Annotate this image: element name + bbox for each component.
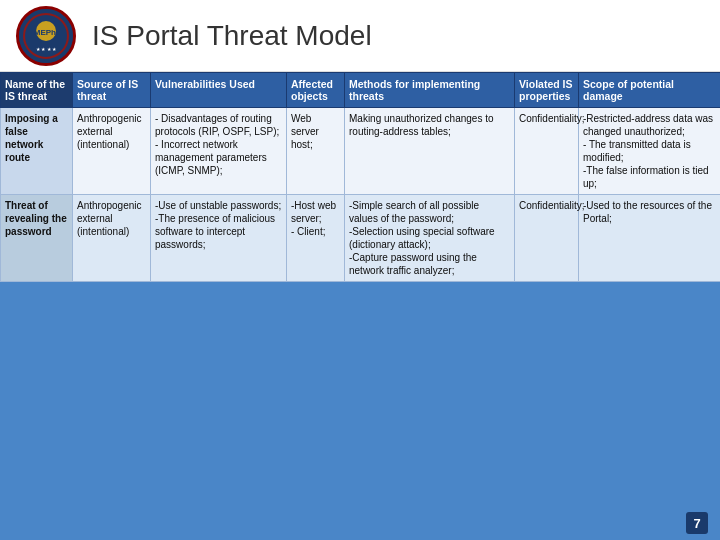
col-header-violated: Violated IS properties: [515, 73, 579, 108]
cell-source-1: Anthropogenic external (intentional): [73, 108, 151, 195]
col-header-scope: Scope of potential damage: [579, 73, 721, 108]
main-content: Name of the IS threat Source of IS threa…: [0, 72, 720, 540]
cell-methods-1: Making unauthorized changes to routing-a…: [345, 108, 515, 195]
col-header-source: Source of IS threat: [73, 73, 151, 108]
header: MEPhI ★ ★ ★ ★ IS Portal Threat Model: [0, 0, 720, 72]
table-row: Threat of revealing the password Anthrop…: [1, 195, 721, 282]
cell-vuln-1: - Disadvantages of routing protocols (RI…: [151, 108, 287, 195]
cell-vuln-2: -Use of unstable passwords; -The presenc…: [151, 195, 287, 282]
threat-table: Name of the IS threat Source of IS threa…: [0, 72, 720, 282]
cell-scope-2: -Used to the resources of the Portal;: [579, 195, 721, 282]
svg-text:MEPhI: MEPhI: [34, 28, 58, 37]
table-row: Imposing a false network route Anthropog…: [1, 108, 721, 195]
logo: MEPhI ★ ★ ★ ★: [16, 6, 76, 66]
cell-source-2: Anthropogenic external (intentional): [73, 195, 151, 282]
page-number: 7: [686, 512, 708, 534]
cell-scope-1: -Restricted-address data was changed una…: [579, 108, 721, 195]
cell-name-2: Threat of revealing the password: [1, 195, 73, 282]
cell-affected-2: -Host web server; - Client;: [287, 195, 345, 282]
cell-methods-2: -Simple search of all possible values of…: [345, 195, 515, 282]
col-header-name: Name of the IS threat: [1, 73, 73, 108]
col-header-methods: Methods for implementing threats: [345, 73, 515, 108]
svg-text:★ ★ ★ ★: ★ ★ ★ ★: [36, 46, 57, 52]
cell-violated-1: Confidentiality;: [515, 108, 579, 195]
col-header-affected: Affected objects: [287, 73, 345, 108]
col-header-vuln: Vulnerabilities Used: [151, 73, 287, 108]
cell-violated-2: Confidentiality;: [515, 195, 579, 282]
page-title: IS Portal Threat Model: [92, 20, 372, 52]
table-header-row: Name of the IS threat Source of IS threa…: [1, 73, 721, 108]
cell-affected-1: Web server host;: [287, 108, 345, 195]
cell-name-1: Imposing a false network route: [1, 108, 73, 195]
